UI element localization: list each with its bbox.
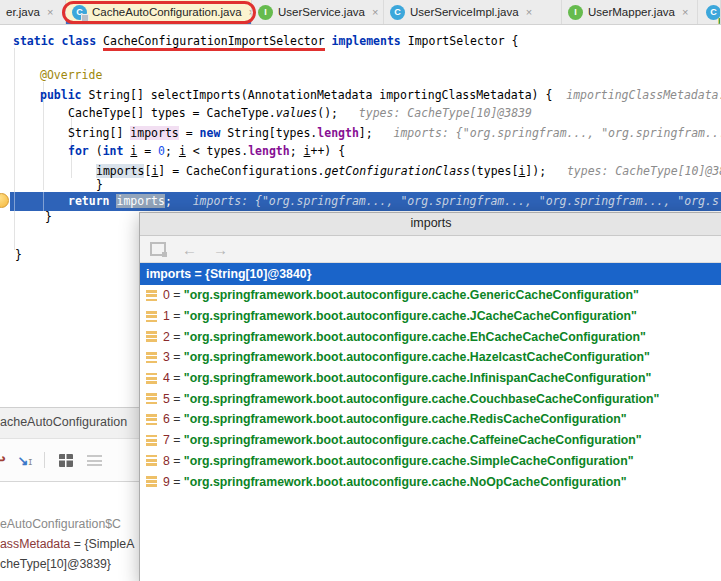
close-icon[interactable]: × bbox=[526, 6, 532, 18]
variable-row[interactable]: assMetadata = {SimpleA bbox=[0, 534, 140, 554]
array-element-icon bbox=[146, 373, 157, 384]
code-line: static class CacheConfigurationImportSel… bbox=[13, 32, 519, 51]
array-value: "org.springframework.boot.autoconfigure.… bbox=[184, 371, 651, 385]
array-index: 1 bbox=[163, 309, 170, 323]
close-icon[interactable]: × bbox=[682, 6, 688, 18]
forward-arrow-icon[interactable] bbox=[213, 242, 228, 257]
class-run-icon: C bbox=[706, 5, 721, 20]
tab-usermapper[interactable]: IUserMapper.java× bbox=[562, 0, 698, 24]
array-element-icon bbox=[146, 476, 157, 487]
tab-userservice[interactable]: IUserService.java× bbox=[252, 0, 384, 24]
toolbar-separator bbox=[44, 452, 45, 468]
code-line: @Override bbox=[40, 66, 102, 85]
code-line: } bbox=[45, 208, 52, 227]
tab-label: CacheAutoConfiguration.java bbox=[92, 6, 242, 18]
indent-guide bbox=[14, 192, 15, 211]
array-element-icon bbox=[146, 290, 157, 301]
array-index: 4 bbox=[163, 371, 170, 385]
array-index: 0 bbox=[163, 288, 170, 302]
array-item-row-1[interactable]: 1 = "org.springframework.boot.autoconfig… bbox=[140, 306, 721, 327]
array-value: "org.springframework.boot.autoconfigure.… bbox=[184, 392, 660, 406]
variable-inspect-popup: imports imports = {String[10]@3840} 0 = … bbox=[139, 212, 721, 581]
tab-label: UserServiceImpl.java bbox=[410, 6, 519, 18]
array-item-row-2[interactable]: 2 = "org.springframework.boot.autoconfig… bbox=[140, 326, 721, 347]
popup-toolbar bbox=[140, 236, 721, 263]
array-element-icon bbox=[146, 352, 157, 363]
interface-icon: I bbox=[258, 5, 273, 20]
variable-row[interactable]: eAutoConfiguration$C bbox=[0, 514, 140, 534]
code-line: } bbox=[15, 246, 22, 265]
array-index: 5 bbox=[163, 392, 170, 406]
run-to-cursor-icon[interactable] bbox=[18, 453, 32, 468]
array-value: "org.springframework.boot.autoconfigure.… bbox=[184, 475, 627, 489]
array-index: 2 bbox=[163, 330, 170, 344]
array-value: "org.springframework.boot.autoconfigure.… bbox=[184, 454, 634, 468]
layout-settings-icon[interactable] bbox=[87, 455, 102, 466]
code-line: for (int i = 0; i < types.length; i++) { bbox=[68, 142, 345, 161]
code-line: imports[i] = CacheConfigurations.getConf… bbox=[96, 162, 721, 181]
array-index: 9 bbox=[163, 475, 170, 489]
array-index: 6 bbox=[163, 412, 170, 426]
array-element-icon bbox=[146, 331, 157, 342]
array-value: "org.springframework.boot.autoconfigure.… bbox=[184, 412, 627, 426]
referring-objects-icon[interactable] bbox=[150, 242, 166, 256]
array-item-row-0[interactable]: 0 = "org.springframework.boot.autoconfig… bbox=[140, 285, 721, 306]
code-line: public String[] selectImports(Annotation… bbox=[40, 86, 721, 105]
array-item-row-5[interactable]: 5 = "org.springframework.boot.autoconfig… bbox=[140, 388, 721, 409]
tab-label: UserService.java bbox=[278, 6, 365, 18]
class-icon: C bbox=[72, 5, 87, 20]
tab-userserviceimpl[interactable]: CUserServiceImpl.java× bbox=[384, 0, 562, 24]
selected-variable-row[interactable]: imports = {String[10]@3840} bbox=[140, 263, 721, 285]
array-element-icon bbox=[146, 393, 157, 404]
variables-area: eAutoConfiguration$CassMetadata = {Simpl… bbox=[0, 482, 140, 574]
array-item-row-6[interactable]: 6 = "org.springframework.boot.autoconfig… bbox=[140, 409, 721, 430]
popup-list: 0 = "org.springframework.boot.autoconfig… bbox=[140, 285, 721, 581]
array-value: "org.springframework.boot.autoconfigure.… bbox=[184, 309, 637, 323]
stack-frame-entry[interactable]: acheAutoConfiguration bbox=[0, 407, 140, 439]
debugger-toolbar bbox=[0, 439, 140, 482]
tab-cacheautoconfiguration[interactable]: CCacheAutoConfiguration.java× bbox=[66, 0, 252, 24]
debug-frames-panel: acheAutoConfiguration eAutoConfiguration… bbox=[0, 407, 140, 581]
array-item-row-3[interactable]: 3 = "org.springframework.boot.autoconfig… bbox=[140, 347, 721, 368]
popup-title: imports bbox=[140, 213, 721, 236]
tab-label: UserMapper.java bbox=[588, 6, 675, 18]
back-arrow-icon[interactable] bbox=[182, 242, 197, 257]
array-element-icon bbox=[146, 414, 157, 425]
code-line: CacheType[] types = CacheType.values(); … bbox=[68, 104, 532, 123]
icon-badge bbox=[81, 14, 89, 22]
close-icon[interactable]: × bbox=[47, 6, 53, 18]
array-index: 7 bbox=[163, 433, 170, 447]
array-item-row-7[interactable]: 7 = "org.springframework.boot.autoconfig… bbox=[140, 430, 721, 451]
code-line: String[] imports = new String[types.leng… bbox=[68, 124, 721, 143]
tab-label: er.java bbox=[6, 6, 40, 18]
array-item-row-4[interactable]: 4 = "org.springframework.boot.autoconfig… bbox=[140, 368, 721, 389]
array-element-icon bbox=[146, 311, 157, 322]
interface-icon: I bbox=[568, 5, 583, 20]
array-item-row-9[interactable]: 9 = "org.springframework.boot.autoconfig… bbox=[140, 471, 721, 492]
tab-er[interactable]: er.java× bbox=[0, 0, 66, 24]
ide-window: static class CacheConfigurationImportSel… bbox=[0, 0, 721, 581]
indent-guide bbox=[43, 192, 44, 211]
array-value: "org.springframework.boot.autoconfigure.… bbox=[184, 288, 639, 302]
indent-guide bbox=[14, 48, 15, 250]
array-value: "org.springframework.boot.autoconfigure.… bbox=[184, 330, 646, 344]
intention-bulb-icon[interactable] bbox=[0, 193, 9, 208]
drop-frame-icon[interactable] bbox=[0, 451, 6, 469]
array-index: 3 bbox=[163, 350, 170, 364]
close-icon[interactable]: × bbox=[372, 6, 378, 18]
array-value: "org.springframework.boot.autoconfigure.… bbox=[184, 433, 642, 447]
evaluate-expression-icon[interactable] bbox=[59, 454, 73, 467]
array-item-row-8[interactable]: 8 = "org.springframework.boot.autoconfig… bbox=[140, 451, 721, 472]
tab-c[interactable]: CC bbox=[698, 0, 721, 24]
array-value: "org.springframework.boot.autoconfigure.… bbox=[184, 350, 650, 364]
array-element-icon bbox=[146, 455, 157, 466]
variable-row[interactable]: cheType[10]@3839} bbox=[0, 554, 140, 574]
array-index: 8 bbox=[163, 454, 170, 468]
class-icon: C bbox=[390, 5, 405, 20]
tab-bar: er.java×CCacheAutoConfiguration.java×IUs… bbox=[0, 0, 721, 25]
current-execution-line: return imports; imports: {"org.springfra… bbox=[68, 192, 719, 211]
array-element-icon bbox=[146, 435, 157, 446]
